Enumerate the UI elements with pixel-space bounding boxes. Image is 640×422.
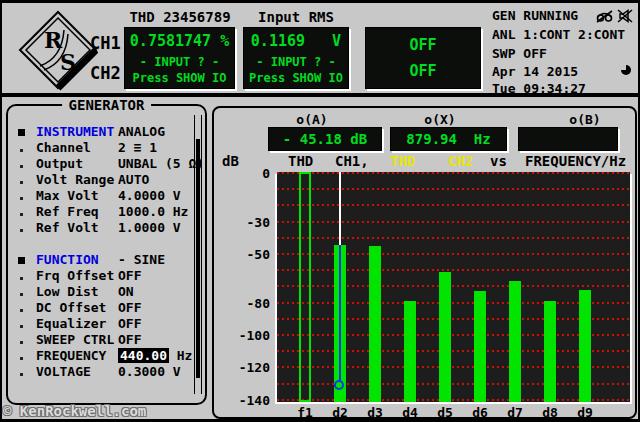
oX-readout: 879.94 Hz xyxy=(390,127,507,151)
gen-item-value: OFF xyxy=(118,316,141,332)
cursor-line-lower[interactable] xyxy=(339,245,341,380)
gen-item-value: UNBAL (5 Ω) xyxy=(118,156,204,172)
cursor-line-upper[interactable] xyxy=(339,172,341,245)
gridline xyxy=(277,399,630,401)
gen-item-label: Ref Freq xyxy=(36,204,99,220)
bar-d9 xyxy=(579,290,591,402)
gen-menu-item-output[interactable]: OutputUNBAL (5 Ω) xyxy=(8,156,191,172)
gen-menu-item-ref-volt[interactable]: Ref Volt1.0000 V xyxy=(8,220,191,236)
gen-item-label: Ref Volt xyxy=(36,220,99,236)
gen-menu-item-equalizer[interactable]: EqualizerOFF xyxy=(8,316,191,332)
bar-d5 xyxy=(439,272,451,402)
rms-display: 0.1169 V - INPUT ? - Press SHOW IO xyxy=(243,27,349,89)
rms-display-title: Input RMS xyxy=(243,9,349,25)
plot-frame xyxy=(275,174,632,404)
bar-d7 xyxy=(509,281,521,402)
gridline xyxy=(277,366,630,368)
x-tick-label-d2: d2 xyxy=(323,405,357,420)
gen-menu-item-volt-range[interactable]: Volt RangeAUTO xyxy=(8,172,191,188)
oA-readout: - 45.18 dB xyxy=(268,127,382,151)
gen-item-value: OFF xyxy=(118,268,141,284)
gen-item-label: Low Dist xyxy=(36,284,99,300)
gen-menu-item-ref-freq[interactable]: Ref Freq1000.0 Hz xyxy=(8,204,191,220)
bar-d4 xyxy=(404,301,416,402)
y-tick-label: -80 xyxy=(222,296,270,311)
gen-item-value: 1000.0 Hz xyxy=(118,204,188,220)
analyzer-screen: R S CH1 CH2 THD 23456789 0.7581747 % - I… xyxy=(0,0,640,422)
x-tick-label-d8: d8 xyxy=(533,405,567,420)
cursor-marker[interactable] xyxy=(334,380,344,390)
gen-menu-item-dc-offset[interactable]: DC OffsetOFF xyxy=(8,300,191,316)
y-tick-label: -100 xyxy=(222,328,270,343)
headphones-muted-icon xyxy=(596,9,613,23)
gridline xyxy=(277,383,630,385)
x-tick-label-d4: d4 xyxy=(393,405,427,420)
gen-item-value: ANALOG xyxy=(118,124,165,140)
gen-item-value-highlighted[interactable]: 440.00 xyxy=(118,348,169,363)
gen-item-label: Frq Offset xyxy=(36,268,114,284)
gen-menu-item-frq-offset[interactable]: Frq OffsetOFF xyxy=(8,268,191,284)
gen-menu-spacer xyxy=(8,236,191,252)
gen-menu-item-function[interactable]: FUNCTION- SINE xyxy=(8,252,191,268)
gen-item-value: 0.3000 V xyxy=(118,364,181,380)
y-tick-label: -140 xyxy=(222,393,270,408)
gen-status: GEN RUNNING xyxy=(492,8,578,23)
gen-menu-item-frequency[interactable]: FREQUENCY440.00 Hz xyxy=(8,348,191,364)
gen-item-label: INSTRUMENT xyxy=(36,124,114,140)
y-tick-label: -50 xyxy=(222,247,270,262)
y-tick-label: 0 xyxy=(222,166,270,181)
rms-input-hint: - INPUT ? - xyxy=(244,55,348,69)
thd-display-title: THD 23456789 xyxy=(124,9,236,25)
aux-line1: OFF xyxy=(366,36,480,54)
thd-showio-hint: Press SHOW IO xyxy=(125,71,234,85)
generator-scrollbar[interactable] xyxy=(194,115,202,394)
legend-vs: vs xyxy=(490,153,507,169)
anl-status: ANL 1:CONT 2:CONT xyxy=(492,27,625,42)
gen-menu-item-low-dist[interactable]: Low DistON xyxy=(8,284,191,300)
oX-label: o(X) xyxy=(400,112,480,127)
time-label: Tue 09:34:27 xyxy=(492,81,586,96)
generator-panel-title: GENERATOR xyxy=(62,97,152,113)
date-label: Apr 14 2015 xyxy=(492,64,578,79)
gen-menu-item-max-volt[interactable]: Max Volt4.0000 V xyxy=(8,188,191,204)
generator-scrollbar-thumb[interactable] xyxy=(196,139,200,378)
frame-top xyxy=(0,0,640,3)
gridline xyxy=(277,204,630,206)
x-tick-label-d7: d7 xyxy=(498,405,532,420)
x-tick-label-d6: d6 xyxy=(463,405,497,420)
gridline xyxy=(277,350,630,352)
gen-item-label: Output xyxy=(36,156,83,172)
gen-item-value: - SINE xyxy=(118,252,165,268)
gridline xyxy=(277,188,630,190)
gen-menu-item-voltage[interactable]: VOLTAGE0.3000 V xyxy=(8,364,191,380)
gridline xyxy=(277,221,630,223)
x-tick-label-d5: d5 xyxy=(428,405,462,420)
ch1-label: CH1 xyxy=(90,33,121,53)
gen-item-value: OFF xyxy=(118,332,141,348)
trace1-channel: CH1, xyxy=(335,153,369,169)
gen-menu-item-instrument[interactable]: INSTRUMENTANALOG xyxy=(8,124,191,140)
oA-label: o(A) xyxy=(272,112,352,127)
speaker-muted-icon xyxy=(617,9,633,23)
gen-menu-item-sweep-ctrl[interactable]: SWEEP CTRLOFF xyxy=(8,332,191,348)
trace2-name: THD xyxy=(390,153,415,169)
gen-menu-item-channel[interactable]: Channel2 ≡ 1 xyxy=(8,140,191,156)
gen-item-value: 4.0000 V xyxy=(118,188,181,204)
bar-d3 xyxy=(369,246,381,402)
bar-d6 xyxy=(474,291,486,402)
gridline xyxy=(277,172,630,174)
thd-display: 0.7581747 % - INPUT ? - Press SHOW IO xyxy=(124,27,235,89)
gen-item-value: 1.0000 V xyxy=(118,220,181,236)
gridline xyxy=(277,237,630,239)
generator-menu: INSTRUMENTANALOGChannel2 ≡ 1OutputUNBAL … xyxy=(8,124,191,380)
gen-item-label: Volt Range xyxy=(36,172,114,188)
aux-line2: OFF xyxy=(366,62,480,80)
gen-item-value: 2 ≡ 1 xyxy=(118,140,157,156)
trace1-name: THD xyxy=(288,153,313,169)
oB-label: o(B) xyxy=(545,112,625,127)
gen-item-label: Equalizer xyxy=(36,316,106,332)
gen-item-label: SWEEP CTRL xyxy=(36,332,114,348)
gen-item-label: DC Offset xyxy=(36,300,106,316)
gen-item-value[interactable]: 440.00 Hz xyxy=(118,348,192,364)
chart-panel: o(A) o(X) o(B) - 45.18 dB 879.94 Hz dB T… xyxy=(212,106,637,419)
